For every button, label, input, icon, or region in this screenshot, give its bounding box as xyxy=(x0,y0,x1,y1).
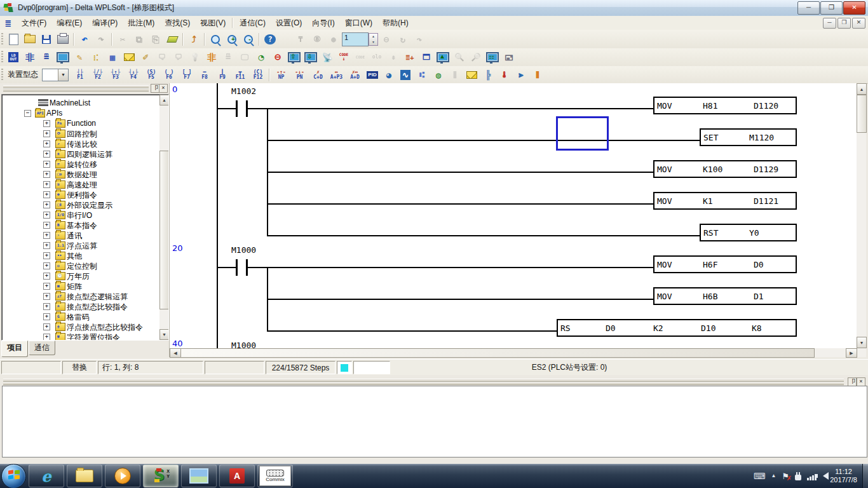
jump-to-icon[interactable]: ⤴ xyxy=(186,31,202,48)
instruction-box-SET-M1120[interactable]: SETM1120 xyxy=(700,128,797,146)
np-pulse-button[interactable]: -↑-NP xyxy=(272,67,290,83)
globe-search-icon[interactable]: ◍ xyxy=(430,67,447,83)
menu-向导(I)[interactable]: 向导(I) xyxy=(307,16,339,30)
counter-button[interactable]: (C)F12 xyxy=(249,67,267,83)
output-dock-header[interactable]: 卩 × xyxy=(0,377,868,386)
taskbar-clock[interactable]: 11:12 2017/7/8 xyxy=(830,468,857,484)
ladder-vscroll-thumb[interactable] xyxy=(857,95,867,133)
zoom-in-icon[interactable]: + xyxy=(224,31,240,48)
expand-icon[interactable]: + xyxy=(43,334,50,341)
output-coil-button[interactable]: ( )F6 xyxy=(160,67,178,83)
wave-wizard-icon[interactable]: ∿ xyxy=(397,67,414,83)
minimize-button[interactable]: ─ xyxy=(797,1,820,15)
scroll-down-icon[interactable]: ▼ xyxy=(857,337,867,348)
clear-cd-button[interactable]: ✗C+D xyxy=(309,67,327,83)
scroll-down-icon[interactable]: ▼ xyxy=(159,329,169,340)
scroll-right-icon[interactable]: ▶ xyxy=(846,348,857,358)
expand-icon[interactable]: + xyxy=(43,283,50,290)
toolbar-grip[interactable] xyxy=(1,33,3,46)
tree-vertical-scrollbar[interactable]: ▲ ▼ xyxy=(159,95,168,340)
power-plug-icon[interactable] xyxy=(795,472,801,480)
expand-icon[interactable]: + xyxy=(43,140,50,147)
scroll-up-icon[interactable]: ▲ xyxy=(857,83,867,95)
ladder-hscroll-thumb[interactable] xyxy=(180,348,815,358)
photo-viewer-button[interactable] xyxy=(181,464,217,487)
monitor-mode-icon[interactable] xyxy=(55,49,71,65)
tree-item-label[interactable]: 数据处理 xyxy=(67,170,97,180)
expand-icon[interactable]: + xyxy=(43,242,50,249)
branch-edit-icon[interactable]: ╠ xyxy=(480,67,496,83)
toolbar-grip[interactable] xyxy=(1,51,3,64)
windows-explorer-button[interactable] xyxy=(67,464,102,487)
expand-icon[interactable]: + xyxy=(43,252,50,259)
pn-pulse-button[interactable]: -↓-PN xyxy=(290,67,309,83)
menu-设置(O)[interactable]: 设置(O) xyxy=(271,16,307,30)
expand-icon[interactable]: + xyxy=(43,161,50,168)
vertical-line-button[interactable]: ┃F9 xyxy=(214,67,231,83)
ld-out-instruction-icon[interactable]: LD OUT xyxy=(5,49,22,65)
edit-comment-icon[interactable]: ✎ xyxy=(71,49,88,65)
instruction-box-RS-D0-K2-D10-K8[interactable]: RSD0K2D10K8 xyxy=(557,319,797,337)
tree-item-label[interactable]: 浮点接点型态比较指令 xyxy=(67,322,143,333)
tab-项目[interactable]: 项目 xyxy=(1,341,28,357)
s-curve-icon[interactable]: ⑆ xyxy=(414,67,430,83)
contact-label[interactable]: M1000 xyxy=(231,245,256,255)
mdi-minimize-button[interactable]: ─ xyxy=(823,18,836,29)
device-type-combo[interactable]: ▼ xyxy=(42,69,69,81)
expand-icon[interactable]: + xyxy=(43,262,50,269)
output-pin-icon[interactable]: 卩 xyxy=(848,377,857,386)
delete-vertical-button[interactable]: ┳F11 xyxy=(231,67,249,83)
tree-item-label[interactable]: 串行I/O xyxy=(67,210,92,221)
mdi-close-button[interactable]: ✕ xyxy=(852,18,865,29)
expand-icon[interactable]: + xyxy=(43,181,50,188)
commix-button[interactable]: Commix xyxy=(257,464,293,487)
zoom-scale-stepper[interactable]: ▲▼ xyxy=(369,33,378,46)
coil-set-button[interactable]: (S)F5 xyxy=(142,67,160,83)
zoom-scale-input[interactable]: 1 xyxy=(342,32,369,46)
tree-item-label[interactable]: 其他 xyxy=(67,251,82,262)
tree-item-label[interactable]: 便利指令 xyxy=(67,190,97,201)
mail-icon[interactable] xyxy=(463,67,480,83)
scroll-left-icon[interactable]: ◀ xyxy=(170,348,181,358)
sidebar-dock-header[interactable]: 卩 × xyxy=(0,83,169,92)
instruction-box-MOV-K1-D1121[interactable]: MOVK1D1121 xyxy=(653,192,797,210)
menu-批注(M)[interactable]: 批注(M) xyxy=(123,16,159,30)
adobe-reader-button[interactable]: A xyxy=(219,464,255,487)
download-program-icon[interactable]: ⇩ xyxy=(302,49,319,65)
menu-文件(F)[interactable]: 文件(F) xyxy=(17,16,51,30)
tree-item-label[interactable]: 接点型态逻辑运算 xyxy=(67,292,128,302)
ladder-canvas[interactable]: 0M1002MOVH81D1120SETM1120MOVK100D1129MOV… xyxy=(170,83,857,348)
tree-item-label[interactable]: 矩阵 xyxy=(67,281,82,292)
highlight-pen-icon[interactable]: ✐ xyxy=(137,49,154,65)
tree-item-label[interactable]: Function xyxy=(67,119,96,128)
tree-item-label[interactable]: 格雷码 xyxy=(67,312,90,323)
collapse-icon[interactable]: − xyxy=(24,110,31,117)
tree-item-label[interactable]: APIs xyxy=(46,109,62,118)
online-monitor-icon[interactable]: 📡 xyxy=(319,49,336,65)
action-center-flag-icon[interactable]: ⚑✗ xyxy=(782,472,790,480)
expand-icon[interactable]: + xyxy=(43,232,50,239)
contact-rising-button[interactable]: ┤↑├F3 xyxy=(107,67,125,83)
tree-item-label[interactable]: 外部设定显示 xyxy=(67,200,112,211)
tree-item-label[interactable]: 传送比较 xyxy=(67,139,97,150)
menu-查找(S)[interactable]: 查找(S) xyxy=(159,16,195,30)
instruction-box-MOV-H81-D1120[interactable]: MOVH81D1120 xyxy=(653,97,797,114)
segment-comment-icon[interactable] xyxy=(121,49,137,65)
window-frame-icon[interactable]: 🗖 xyxy=(418,49,435,65)
ladder-horizontal-scrollbar[interactable]: ◀ ▶ xyxy=(170,348,866,357)
expand-icon[interactable]: + xyxy=(43,151,50,158)
menu-视图(V)[interactable]: 视图(V) xyxy=(195,16,231,30)
tree-item-label[interactable]: 接点型态比较指令 xyxy=(67,302,128,313)
expand-icon[interactable]: + xyxy=(43,120,50,127)
restore-button[interactable]: ❐ xyxy=(820,1,843,15)
zoom-out-icon[interactable]: - xyxy=(240,31,257,48)
tree-item-label[interactable]: 旋转位移 xyxy=(67,159,97,170)
ladder-cursor-cell[interactable] xyxy=(556,116,609,151)
expand-icon[interactable]: + xyxy=(43,323,50,330)
device-table-icon[interactable]: ▦ xyxy=(104,49,121,65)
contact-label[interactable]: M1000 xyxy=(231,341,256,348)
tree-item-label[interactable]: MachineList xyxy=(50,98,90,107)
keyboard-icon[interactable]: ⌨ xyxy=(754,472,766,480)
thermometer-icon[interactable]: 🌡 xyxy=(496,67,513,83)
tree-item-label[interactable]: 四则逻辑运算 xyxy=(67,149,112,160)
